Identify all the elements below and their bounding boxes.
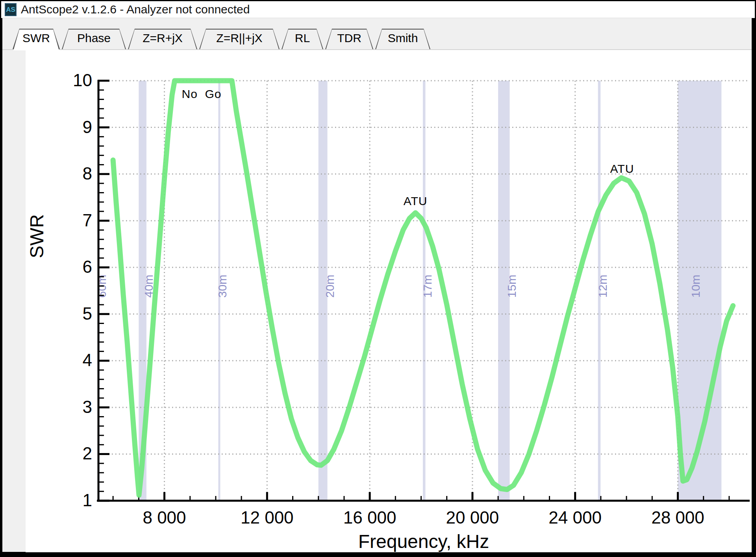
tab-z-series[interactable]: Z=R+jX	[128, 29, 197, 49]
annotation-no-go: No Go	[182, 87, 222, 100]
y-tick-label-6: 6	[83, 257, 92, 276]
tab-phase-label: Phase	[62, 29, 126, 49]
y-tick-label-5: 5	[83, 304, 92, 323]
band-label-12m: 12m	[596, 275, 609, 298]
band-label-10m: 10m	[689, 275, 702, 298]
y-tick-label-2: 2	[83, 444, 92, 463]
tab-bar: SWR Phase Z=R+jX Z=R||+jX RL	[13, 29, 432, 50]
tab-smith[interactable]: Smith	[375, 29, 430, 49]
annotation-atu: ATU	[610, 162, 634, 175]
x-tick-label-28000: 28 000	[651, 508, 704, 527]
y-axis-title: SWR	[26, 214, 47, 258]
y-tick-label-9: 9	[83, 117, 92, 137]
x-tick-label-20000: 20 000	[446, 508, 499, 527]
tab-z-parallel-label: Z=R||+jX	[199, 29, 280, 49]
x-tick-label-12000: 12 000	[241, 508, 294, 527]
tab-phase[interactable]: Phase	[62, 29, 126, 49]
tab-rl[interactable]: RL	[282, 29, 323, 49]
tab-z-parallel[interactable]: Z=R||+jX	[199, 29, 280, 49]
swr-chart: 60m40m30m20m17m15m12m10m123456789108 000…	[0, 0, 756, 557]
tab-swr[interactable]: SWR	[13, 29, 60, 49]
band-label-15m: 15m	[505, 275, 518, 298]
tab-tdr[interactable]: TDR	[325, 29, 373, 49]
annotation-atu: ATU	[404, 194, 428, 207]
x-tick-label-24000: 24 000	[548, 508, 602, 527]
band-label-30m: 30m	[216, 275, 229, 298]
y-tick-label-4: 4	[83, 350, 92, 370]
band-label-17m: 17m	[421, 275, 434, 298]
band-label-20m: 20m	[323, 275, 336, 298]
tab-tdr-label: TDR	[325, 29, 373, 49]
x-tick-label-16000: 16 000	[343, 508, 397, 527]
y-tick-label-1: 1	[83, 490, 92, 510]
tab-rl-label: RL	[282, 29, 323, 49]
y-tick-label-10: 10	[73, 70, 92, 90]
y-tick-label-3: 3	[83, 397, 92, 416]
tab-smith-label: Smith	[375, 29, 430, 49]
x-tick-label-8000: 8 000	[143, 508, 186, 527]
y-tick-label-7: 7	[83, 211, 92, 230]
x-axis-title: Frequency, kHz	[358, 531, 489, 552]
tab-z-series-label: Z=R+jX	[128, 29, 197, 49]
y-tick-label-8: 8	[83, 164, 92, 183]
tab-swr-label: SWR	[13, 29, 60, 49]
app-window: AS AntScope2 v.1.2.6 - Analyzer not conn…	[0, 0, 756, 557]
